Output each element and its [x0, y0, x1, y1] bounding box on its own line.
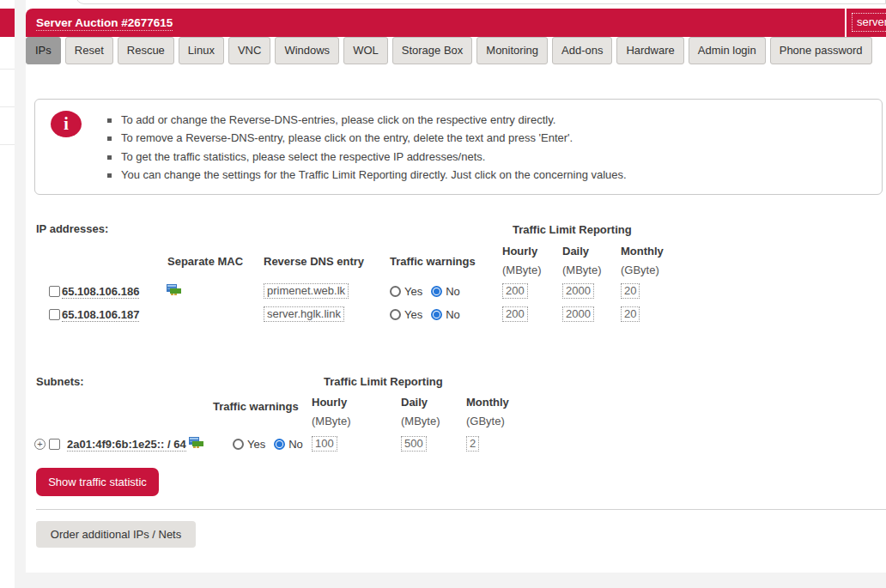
- panel-title[interactable]: Server Auction #2677615: [36, 9, 173, 37]
- tab-ips[interactable]: IPs: [26, 37, 61, 64]
- order-additional-ips-button[interactable]: Order additional IPs / Nets: [36, 521, 196, 548]
- tab-wol[interactable]: WOL: [343, 37, 388, 64]
- tab-linux[interactable]: Linux: [179, 37, 224, 64]
- tab-admin-login[interactable]: Admin login: [689, 37, 766, 64]
- info-box: To add or change the Reverse-DNS-entries…: [34, 99, 883, 195]
- traffic-warning-yes-radio[interactable]: [390, 309, 401, 320]
- tab-storage-box[interactable]: Storage Box: [392, 37, 473, 64]
- tab-reset[interactable]: Reset: [65, 37, 113, 64]
- traffic-warning-yes-radio[interactable]: [233, 439, 244, 450]
- unit-monthly: (GByte): [466, 415, 505, 427]
- tab-windows[interactable]: Windows: [275, 37, 339, 64]
- reverse-dns-entry[interactable]: server.hglk.link: [264, 306, 344, 322]
- col-traffic-warnings: Traffic warnings: [390, 255, 476, 268]
- monthly-limit-value[interactable]: 20: [621, 283, 640, 299]
- tab-add-ons[interactable]: Add-ons: [552, 37, 612, 64]
- tab-vnc[interactable]: VNC: [228, 37, 270, 64]
- traffic-warning-no-radio[interactable]: [431, 309, 442, 320]
- traffic-warning-yes-radio[interactable]: [390, 286, 401, 297]
- panel-header: Server Auction #2677615 server: [26, 9, 886, 37]
- reverse-dns-entry[interactable]: primenet.web.lk: [264, 283, 349, 299]
- traffic-warning-yes-label: Yes: [404, 285, 422, 298]
- left-panel-divider: [0, 144, 15, 145]
- col-monthly: Monthly: [621, 245, 664, 258]
- col-daily: Daily: [562, 245, 589, 258]
- traffic-warning-no-radio[interactable]: [431, 286, 442, 297]
- daily-limit-value[interactable]: 500: [401, 436, 427, 452]
- info-note: To get the traffic statistics, please se…: [106, 148, 627, 166]
- info-note: To remove a Reverse-DNS-entry, please cl…: [106, 129, 627, 147]
- unit-hourly: (MByte): [502, 264, 542, 276]
- tab-hardware[interactable]: Hardware: [616, 37, 683, 64]
- info-note-text: To get the traffic statistics, please se…: [121, 150, 485, 163]
- table-row: 65.108.106.187 server.hglk.link YesNo 20…: [26, 308, 886, 325]
- unit-monthly: (GByte): [621, 264, 659, 276]
- header-separator: [845, 9, 847, 37]
- ip-checkbox[interactable]: [49, 286, 60, 297]
- table-row: 65.108.106.186 primenet.web.lk YesNo 200…: [26, 285, 886, 302]
- bullet-icon: [107, 118, 112, 123]
- tab-bar: IPs Reset Rescue Linux VNC Windows WOL S…: [26, 37, 872, 64]
- info-note-text: To remove a Reverse-DNS-entry, please cl…: [121, 131, 573, 144]
- ip-address-link[interactable]: 65.108.106.187: [62, 308, 139, 322]
- monthly-limit-value[interactable]: 20: [621, 306, 640, 322]
- traffic-warnings-group: YesNo: [233, 438, 312, 451]
- info-note-text: To add or change the Reverse-DNS-entries…: [121, 113, 555, 126]
- hourly-limit-value[interactable]: 100: [312, 436, 337, 452]
- expand-subnet-icon[interactable]: [34, 439, 46, 450]
- page-gutter: [15, 0, 26, 588]
- daily-limit-value[interactable]: 2000: [562, 306, 594, 322]
- show-traffic-statistic-button[interactable]: Show traffic statistic: [36, 468, 159, 496]
- info-icon: [51, 111, 82, 137]
- ip-traffic-limit-group-header: Traffic Limit Reporting: [513, 223, 632, 236]
- traffic-warning-yes-label: Yes: [247, 438, 265, 451]
- left-panel-edge: [0, 0, 15, 588]
- bullet-icon: [107, 136, 112, 141]
- unit-daily: (MByte): [562, 264, 602, 276]
- page-background: [15, 573, 886, 588]
- info-note: You can change the settings for the Traf…: [106, 166, 627, 184]
- traffic-warning-no-label: No: [446, 285, 460, 298]
- monthly-limit-value[interactable]: 2: [466, 436, 479, 452]
- table-row: 2a01:4f9:6b:1e25:: / 64 YesNo 100 500 2: [26, 438, 886, 455]
- bullet-icon: [107, 173, 112, 178]
- ip-section-title: IP addresses:: [36, 222, 108, 235]
- left-panel-divider: [0, 69, 15, 70]
- subnet-section-title: Subnets:: [36, 375, 84, 388]
- ip-address-link[interactable]: 65.108.106.186: [62, 285, 139, 299]
- traffic-warning-no-label: No: [446, 308, 460, 321]
- col-hourly: Hourly: [312, 396, 347, 409]
- info-note: To add or change the Reverse-DNS-entries…: [106, 111, 627, 129]
- daily-limit-value[interactable]: 2000: [562, 283, 594, 299]
- network-card-icon[interactable]: [167, 284, 181, 298]
- unit-daily: (MByte): [401, 415, 440, 427]
- bullet-icon: [107, 155, 112, 160]
- col-separate-mac: Separate MAC: [167, 255, 243, 268]
- section-divider: [36, 509, 886, 510]
- col-monthly: Monthly: [466, 396, 509, 409]
- col-daily: Daily: [401, 396, 428, 409]
- hourly-limit-value[interactable]: 200: [502, 283, 528, 299]
- col-traffic-warnings: Traffic warnings: [213, 400, 299, 413]
- network-card-icon[interactable]: [189, 437, 203, 451]
- col-reverse-dns: Reverse DNS entry: [264, 255, 364, 268]
- server-name-link[interactable]: server: [852, 13, 886, 32]
- tab-rescue[interactable]: Rescue: [118, 37, 174, 64]
- subnet-link[interactable]: 2a01:4f9:6b:1e25:: / 64: [67, 438, 186, 452]
- traffic-warning-yes-label: Yes: [404, 308, 422, 321]
- subnet-traffic-limit-group-header: Traffic Limit Reporting: [324, 375, 443, 388]
- traffic-warnings-group: YesNo: [390, 285, 469, 298]
- previous-panel-edge: [76, 0, 886, 4]
- ip-checkbox[interactable]: [49, 309, 60, 320]
- traffic-warning-no-radio[interactable]: [274, 439, 285, 450]
- unit-hourly: (MByte): [312, 415, 351, 427]
- subnet-checkbox[interactable]: [49, 439, 60, 450]
- tab-phone-password[interactable]: Phone password: [770, 37, 872, 64]
- hourly-limit-value[interactable]: 200: [502, 306, 528, 322]
- left-panel-divider: [0, 106, 15, 107]
- traffic-warnings-group: YesNo: [390, 308, 469, 321]
- info-note-text: You can change the settings for the Traf…: [121, 168, 627, 181]
- col-hourly: Hourly: [502, 245, 537, 258]
- tab-monitoring[interactable]: Monitoring: [476, 37, 548, 64]
- traffic-warning-no-label: No: [288, 438, 303, 451]
